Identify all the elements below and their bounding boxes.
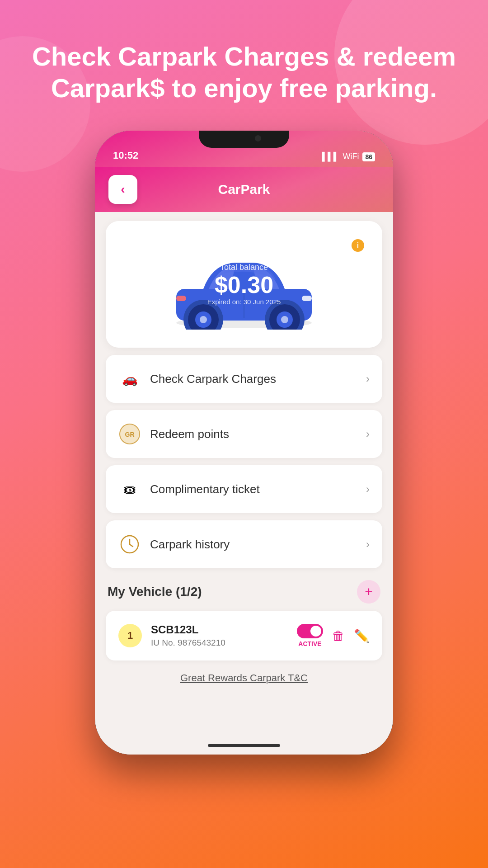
vehicle-number-badge: 1 bbox=[118, 624, 142, 647]
signal-icon: ▌▌▌ bbox=[322, 152, 339, 161]
redeem-points-icon: GR bbox=[118, 423, 141, 445]
notch bbox=[199, 131, 289, 148]
hero-text: Check Carpark Charges & redeem Carpark$ … bbox=[0, 41, 488, 104]
check-charges-label: Check Carpark Charges bbox=[150, 372, 276, 386]
car-container: Total balance $0.30 Expired on: 30 Jun 2… bbox=[119, 235, 369, 334]
vehicle-info: SCB123L IU No. 9876543210 bbox=[151, 623, 288, 648]
screen-content: Total balance $0.30 Expired on: 30 Jun 2… bbox=[95, 212, 393, 736]
balance-card: Total balance $0.30 Expired on: 30 Jun 2… bbox=[106, 221, 382, 348]
redeem-points-label: Redeem points bbox=[150, 427, 229, 441]
chevron-right-icon: › bbox=[366, 538, 370, 551]
svg-point-5 bbox=[200, 316, 207, 323]
check-charges-icon: 🚗 bbox=[118, 368, 141, 390]
vehicle-card: 1 SCB123L IU No. 9876543210 ACTIVE 🗑 ✏️ bbox=[106, 611, 382, 660]
phone-screen: 10:52 ▌▌▌ WiFi 86 ‹ CarPark bbox=[95, 131, 393, 755]
svg-point-9 bbox=[281, 316, 288, 323]
active-label: ACTIVE bbox=[298, 640, 321, 647]
menu-item-redeem-points[interactable]: GR Redeem points › bbox=[106, 410, 382, 458]
balance-amount: $0.30 bbox=[207, 273, 281, 298]
menu-item-left: 🚗 Check Carpark Charges bbox=[118, 368, 276, 390]
status-time: 10:52 bbox=[113, 150, 138, 161]
menu-item-check-charges[interactable]: 🚗 Check Carpark Charges › bbox=[106, 355, 382, 403]
active-toggle[interactable] bbox=[297, 624, 323, 638]
camera bbox=[255, 135, 261, 142]
svg-rect-11 bbox=[176, 296, 186, 301]
svg-rect-10 bbox=[302, 296, 312, 301]
comp-ticket-label: Complimentary ticket bbox=[150, 482, 260, 496]
balance-info: Total balance $0.30 Expired on: 30 Jun 2… bbox=[207, 263, 281, 306]
chevron-right-icon: › bbox=[366, 428, 370, 440]
info-icon[interactable]: i bbox=[352, 239, 364, 252]
back-button[interactable]: ‹ bbox=[108, 175, 137, 204]
my-vehicle-title: My Vehicle (1/2) bbox=[108, 585, 202, 599]
balance-label: Total balance bbox=[207, 263, 281, 273]
menu-item-comp-ticket[interactable]: 🎟 Complimentary ticket › bbox=[106, 465, 382, 513]
phone-frame: 10:52 ▌▌▌ WiFi 86 ‹ CarPark bbox=[95, 131, 393, 755]
menu-item-left: 🎟 Complimentary ticket bbox=[118, 478, 260, 500]
balance-expiry: Expired on: 30 Jun 2025 bbox=[207, 298, 281, 306]
status-icons: ▌▌▌ WiFi 86 bbox=[322, 152, 375, 161]
svg-text:GR: GR bbox=[125, 431, 135, 438]
wifi-icon: WiFi bbox=[343, 152, 359, 161]
chevron-right-icon: › bbox=[366, 483, 370, 495]
chevron-right-icon: › bbox=[366, 373, 370, 385]
home-indicator bbox=[95, 736, 393, 755]
menu-item-left: GR Redeem points bbox=[118, 423, 229, 445]
home-bar bbox=[208, 744, 280, 747]
menu-item-left: Carpark history bbox=[118, 533, 230, 556]
carpark-history-icon bbox=[118, 533, 141, 556]
add-vehicle-button[interactable]: + bbox=[357, 580, 380, 604]
my-vehicle-section-header: My Vehicle (1/2) + bbox=[106, 576, 382, 604]
menu-item-carpark-history[interactable]: Carpark history › bbox=[106, 520, 382, 568]
edit-vehicle-button[interactable]: ✏️ bbox=[354, 628, 370, 643]
tnc-link[interactable]: Great Rewards Carpark T&C bbox=[106, 668, 382, 689]
vehicle-iu: IU No. 9876543210 bbox=[151, 638, 288, 648]
comp-ticket-icon: 🎟 bbox=[118, 478, 141, 500]
status-bar: 10:52 ▌▌▌ WiFi 86 bbox=[95, 131, 393, 167]
app-header: ‹ CarPark bbox=[95, 167, 393, 212]
page-title: CarPark bbox=[218, 182, 270, 197]
vehicle-plate: SCB123L bbox=[151, 623, 288, 636]
vehicle-actions: ACTIVE 🗑 ✏️ bbox=[297, 624, 370, 647]
active-toggle-wrap: ACTIVE bbox=[297, 624, 323, 647]
battery-badge: 86 bbox=[362, 152, 375, 161]
carpark-history-label: Carpark history bbox=[150, 538, 230, 552]
back-arrow-icon: ‹ bbox=[121, 182, 125, 197]
delete-vehicle-button[interactable]: 🗑 bbox=[332, 628, 345, 643]
